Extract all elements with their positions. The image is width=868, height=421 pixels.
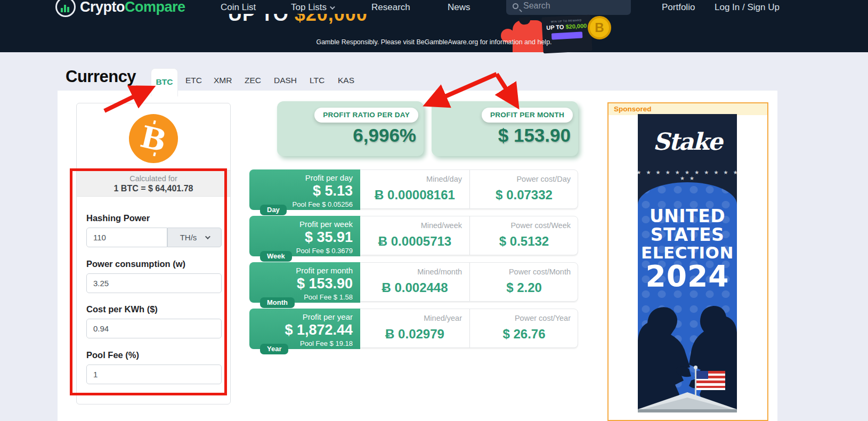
profit-cell: Profit per week $ 35.91 Pool Fee $ 0.367…: [249, 216, 360, 256]
white-house-base: [638, 409, 737, 412]
profit-cell: Profit per day $ 5.13 Pool Fee $ 0.05256…: [249, 169, 360, 210]
us-flag-icon: [696, 371, 725, 390]
bitcoin-coin-icon: B: [588, 16, 611, 39]
period-badge: Month: [260, 297, 295, 308]
hashing-power-input[interactable]: [86, 228, 167, 247]
search-box[interactable]: [506, 0, 631, 15]
profit-ratio-per-day-label: PROFIT RATIO PER DAY: [314, 108, 418, 123]
mined-cell: Mined/month Ƀ 0.002448: [360, 263, 470, 301]
power-cost-cell: Power cost/Day $ 0.07332: [470, 170, 578, 208]
nav-item-research[interactable]: Research: [371, 1, 410, 14]
table-row-year: Profit per year $ 1,872.44 Pool Fee $ 19…: [249, 309, 578, 348]
nav-item-coin-list[interactable]: Coin List: [221, 1, 256, 14]
btc-rate: 1 BTC = $ 64,401.78: [77, 184, 230, 193]
search-input[interactable]: [523, 1, 619, 11]
table-row-month: Profit per month $ 153.90 Pool Fee $ 1.5…: [249, 262, 578, 302]
calculated-for-label: Calculated for: [77, 174, 230, 183]
ad-banner-big-text[interactable]: UP TO $20,000: [228, 14, 404, 25]
profit-per-month-value: $ 153.90: [498, 125, 571, 146]
mined-cell: Mined/day Ƀ 0.00008161: [360, 170, 470, 208]
tab-zec[interactable]: ZEC: [245, 76, 261, 85]
nav-item-portfolio[interactable]: Portfolio: [662, 1, 695, 14]
period-badge: Week: [260, 251, 292, 262]
tab-ltc[interactable]: LTC: [310, 76, 325, 85]
profit-per-month-box: PROFIT PER MONTH $ 153.90: [432, 101, 578, 156]
logo-text-crypto: Crypto: [80, 0, 125, 15]
mined-cell: Mined/week Ƀ 0.0005713: [360, 216, 470, 255]
calculated-for-strip: Calculated for 1 BTC = $ 64,401.78: [77, 170, 230, 197]
stake-election-ad[interactable]: Stake ★ ★ ★ ★ ★ ★ ★ ★ ★ ★ ★ ★ ★ UNITED S…: [638, 114, 737, 412]
power-cost-cell: Power cost/Year $ 26.76: [470, 309, 578, 347]
power-consumption-label: Power consumption (w): [86, 259, 185, 269]
nav-item-news[interactable]: News: [448, 1, 470, 14]
cryptocompare-logo[interactable]: CryptoCompare: [55, 0, 185, 17]
ad-mini-panel[interactable]: WIN UP TO REWARD UP TO $20,000: [541, 15, 592, 54]
profit-ratio-per-day-value: 6,996%: [353, 125, 416, 146]
chevron-down-icon: [205, 234, 210, 239]
power-cost-cell: Power cost/Month $ 2.20: [470, 263, 578, 301]
page-title: Currency: [66, 67, 136, 86]
cost-per-kwh-label: Cost per KWh ($): [86, 304, 158, 314]
pool-fee-label: Pool Fee (%): [86, 350, 139, 360]
stars-decoration: ★ ★ ★ ★ ★ ★ ★ ★ ★ ★ ★ ★ ★: [638, 169, 737, 181]
sponsored-label: Sponsored: [609, 103, 767, 115]
tab-etc[interactable]: ETC: [185, 76, 202, 85]
tab-kas[interactable]: KAS: [338, 76, 354, 85]
cost-per-kwh-input[interactable]: [86, 319, 222, 338]
top-navbar: CryptoCompare Coin List Top Lists Resear…: [0, 0, 868, 52]
nav-item-top-lists[interactable]: Top Lists: [291, 1, 334, 14]
profit-ratio-per-day-box: PROFIT RATIO PER DAY 6,996%: [277, 101, 424, 156]
ad-mascot-illustration[interactable]: [501, 17, 543, 52]
power-consumption-input[interactable]: [86, 273, 222, 293]
hashing-power-label: Hashing Power: [86, 213, 150, 223]
nav-item-login[interactable]: Log In / Sign Up: [715, 1, 780, 14]
sponsored-panel: Sponsored Stake ★ ★ ★ ★ ★ ★ ★ ★ ★ ★ ★ ★ …: [607, 102, 768, 421]
hashing-power-unit-select[interactable]: TH/s: [167, 228, 222, 247]
period-badge: Day: [260, 205, 287, 215]
mining-calculator-card: B Calculated for 1 BTC = $ 64,401.78 Has…: [76, 103, 231, 404]
table-row-day: Profit per day $ 5.13 Pool Fee $ 0.05256…: [249, 169, 578, 209]
pool-fee-input[interactable]: [86, 365, 222, 384]
profit-cell: Profit per year $ 1,872.44 Pool Fee $ 19…: [249, 309, 360, 349]
period-badge: Year: [260, 344, 288, 354]
gamble-disclaimer: Gamble Responsibly. Please visit BeGambl…: [0, 38, 868, 46]
mined-cell: Mined/year Ƀ 0.02979: [360, 309, 470, 347]
table-row-week: Profit per week $ 35.91 Pool Fee $ 0.367…: [249, 216, 578, 255]
profit-cell: Profit per month $ 153.90 Pool Fee $ 1.5…: [249, 262, 360, 303]
tab-btc[interactable]: BTC: [151, 68, 178, 96]
tab-xmr[interactable]: XMR: [214, 76, 232, 85]
chevron-down-icon: [330, 4, 335, 10]
power-cost-cell: Power cost/Week $ 0.5132: [470, 216, 578, 255]
logo-chart-icon: [55, 0, 76, 17]
tab-dash[interactable]: DASH: [274, 76, 297, 85]
logo-text-compare: Compare: [125, 0, 185, 15]
profit-per-month-label: PROFIT PER MONTH: [482, 108, 573, 123]
stake-logo: Stake: [638, 128, 737, 155]
search-icon: [513, 3, 518, 9]
bitcoin-logo-icon: B: [129, 114, 178, 163]
